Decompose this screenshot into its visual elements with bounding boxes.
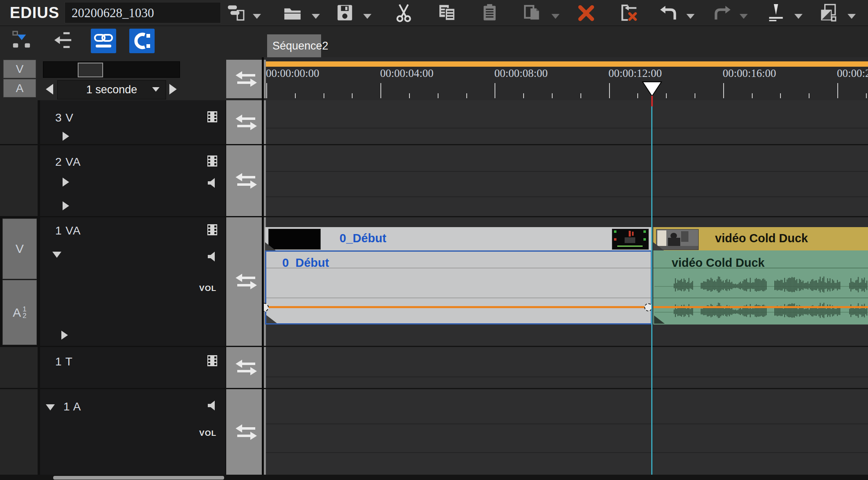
audio-patch-1va[interactable]: A 1 2 xyxy=(2,280,37,345)
timescale-value: 1 seconde xyxy=(86,83,137,96)
save-icon xyxy=(335,3,354,22)
video-patch-button[interactable]: V xyxy=(3,60,36,78)
audio-enable-icon-1va[interactable] xyxy=(207,250,219,263)
ruler-range-bar xyxy=(264,61,868,67)
vol-label-1va[interactable]: VOL xyxy=(199,284,216,293)
delete-x-icon xyxy=(577,3,596,22)
ruler-tick xyxy=(637,93,638,98)
expand-arrow-1va[interactable] xyxy=(61,331,68,340)
swap-cell-1a[interactable] xyxy=(226,389,266,475)
collapse-arrow-1a[interactable] xyxy=(46,404,55,410)
expand-arrow-2va-video[interactable] xyxy=(63,178,69,187)
track-label-2va[interactable]: 2 VA xyxy=(55,155,81,169)
ruler-timecode: 00:00:12:00 xyxy=(609,67,662,80)
audio-waveform-channel2 xyxy=(654,298,868,324)
save-dropdown[interactable] xyxy=(363,14,371,19)
open-project-button[interactable] xyxy=(282,3,303,23)
ruler-swap-cell[interactable] xyxy=(226,60,266,98)
ruler-tick xyxy=(324,93,324,98)
track-label-1va[interactable]: 1 VA xyxy=(55,224,81,237)
new-sequence-dropdown[interactable] xyxy=(253,14,261,19)
ruler-timecode: 00:00:04:00 xyxy=(380,67,434,80)
collapse-arrow-1va[interactable] xyxy=(52,252,61,258)
ruler-tick xyxy=(723,83,724,98)
zoom-slider-handle[interactable] xyxy=(78,63,103,77)
lane-2va[interactable] xyxy=(264,145,868,216)
group-link-button[interactable] xyxy=(91,29,116,53)
ruler-tick xyxy=(752,93,753,98)
default-transition-button[interactable] xyxy=(818,3,839,23)
track-label-3v[interactable]: 3 V xyxy=(55,111,74,124)
panel-divider[interactable] xyxy=(262,57,264,480)
lane-1a[interactable] xyxy=(264,389,868,475)
delete-button[interactable] xyxy=(576,3,596,23)
audio-patch-button[interactable]: A xyxy=(3,79,36,97)
timescale-select[interactable]: 1 seconde xyxy=(57,80,166,99)
volume-rubber-band[interactable] xyxy=(266,306,651,308)
ripple-delete-icon xyxy=(619,3,638,22)
lane-divider xyxy=(264,452,868,453)
audio-enable-icon-2va[interactable] xyxy=(207,177,219,189)
volume-rubber-band[interactable] xyxy=(653,306,868,308)
ruler-tick xyxy=(837,83,838,98)
video-enable-icon-1va[interactable] xyxy=(206,223,219,237)
ripple-delete-button[interactable] xyxy=(618,3,639,23)
insert-overwrite-mode-button[interactable] xyxy=(53,30,74,50)
undo-button[interactable] xyxy=(659,3,679,23)
lane-1t[interactable] xyxy=(264,347,868,388)
timescale-dropdown-icon xyxy=(152,87,160,92)
patch-cell-1a xyxy=(0,389,38,475)
timescale-zoom-slider[interactable] xyxy=(43,61,180,78)
audio-channel-pair: 1 2 xyxy=(22,306,26,319)
add-cut-point-dropdown[interactable] xyxy=(794,14,803,19)
paste-button[interactable] xyxy=(479,3,500,23)
swap-cell-2va[interactable] xyxy=(226,145,266,216)
ruler-tick xyxy=(438,93,438,98)
track-label-1t[interactable]: 1 T xyxy=(55,355,73,368)
add-cut-point-button[interactable] xyxy=(766,3,786,23)
open-project-dropdown[interactable] xyxy=(312,14,320,19)
video-patch-1va[interactable]: V xyxy=(2,219,37,279)
scale-prev-arrow[interactable] xyxy=(46,84,53,95)
video-enable-icon-2va[interactable] xyxy=(206,155,219,168)
audio-enable-icon-1a[interactable] xyxy=(207,399,219,412)
redo-button[interactable] xyxy=(712,3,732,23)
swap-cell-1t[interactable] xyxy=(226,347,266,388)
clip-debut-thumbnail-strip[interactable] xyxy=(265,227,652,250)
expand-arrow-3v[interactable] xyxy=(63,132,69,141)
scale-next-arrow[interactable] xyxy=(169,84,177,95)
video-enable-icon-1t[interactable] xyxy=(206,354,219,367)
save-button[interactable] xyxy=(335,3,355,23)
redo-icon xyxy=(713,3,731,22)
cut-button[interactable] xyxy=(394,3,414,23)
copy-button[interactable] xyxy=(437,3,457,23)
vol-label-1a[interactable]: VOL xyxy=(199,429,216,438)
lane-3v[interactable] xyxy=(264,100,868,144)
snap-mode-button[interactable] xyxy=(129,29,155,53)
paste-special-dropdown[interactable] xyxy=(551,14,560,19)
paste-special-button[interactable] xyxy=(522,3,542,23)
undo-dropdown[interactable] xyxy=(686,14,695,19)
new-sequence-button[interactable] xyxy=(226,3,246,23)
swap-cell-1va[interactable] xyxy=(226,217,266,346)
patch-cell-2va xyxy=(0,145,38,216)
track-patch-mode-button[interactable] xyxy=(11,30,32,50)
swap-cell-3v[interactable] xyxy=(226,100,266,144)
cut-scissors-icon xyxy=(394,3,413,22)
redo-dropdown[interactable] xyxy=(740,14,748,19)
clip-section-divider xyxy=(266,268,651,268)
clip-debut-end-thumbnail xyxy=(612,229,649,250)
playhead-line[interactable] xyxy=(651,106,652,475)
playhead-marker[interactable] xyxy=(642,81,662,97)
lane-divider xyxy=(264,171,868,172)
default-transition-dropdown[interactable] xyxy=(848,14,856,19)
sequence-tab[interactable]: Séquence2 xyxy=(267,34,321,58)
expand-arrow-2va-audio[interactable] xyxy=(63,201,69,210)
app-logo: EDIUS xyxy=(10,4,59,22)
track-label-1a[interactable]: 1 A xyxy=(63,400,81,413)
track-patch-icon xyxy=(11,29,32,52)
video-enable-icon-3v[interactable] xyxy=(206,110,219,124)
ruler-tick xyxy=(609,83,610,98)
ruler-timecode: 00:00:16:00 xyxy=(723,67,776,80)
horizontal-scrollbar-thumb[interactable] xyxy=(53,476,224,480)
